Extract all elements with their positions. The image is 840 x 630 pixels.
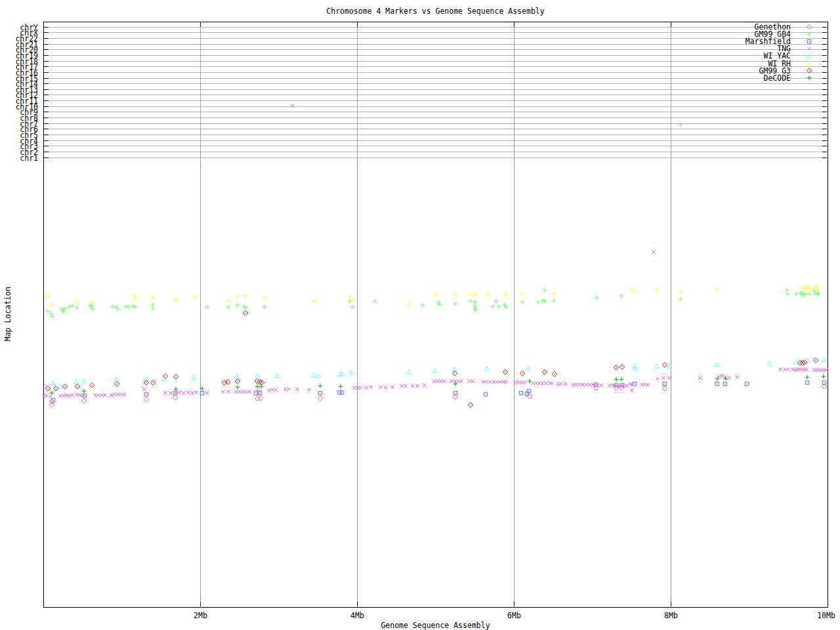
scatter-point [571,383,574,386]
chromosome-labels: chrYchrXchr22chr21chr20chr19chr18chr17ch… [15,23,38,163]
scatter-point [794,292,799,297]
scatter-point [350,305,355,310]
scatter-point [284,387,287,390]
scatter-point [813,358,818,363]
scatter-point [630,388,633,392]
x-gridlines [201,22,671,607]
scatter-point [735,375,738,379]
scatter-point [663,382,667,386]
scatter-point [151,303,156,307]
scatter-point [595,296,599,301]
scatter-point [785,288,789,293]
scatter-point [504,380,507,383]
scatter-point [519,391,523,395]
scatter-point [786,292,790,297]
scatter-point [520,371,525,376]
scatter-point [364,386,368,389]
scatter-point [536,300,541,304]
scatter-point [520,300,525,304]
scatter-point [767,362,772,366]
scatter-point [81,398,87,404]
scatter-point [110,393,113,396]
scatter-point [467,379,471,383]
scatter-point [46,309,51,314]
scatter-point [123,392,126,396]
scatter-point [715,363,719,367]
scatter-point [312,299,316,303]
scatter-point [340,390,344,394]
scatter-point [552,291,556,295]
scatter-point [468,402,473,408]
scatter-point [471,379,474,383]
scatter-point [453,394,458,400]
scatter-point [491,304,495,309]
scatter-point [192,295,197,299]
scatter-point [456,379,459,383]
scatter-point [531,381,534,385]
scatter-point [226,390,230,393]
scatter-point [169,391,172,394]
scatter-point [226,305,231,310]
scatter-point [337,390,341,394]
scatter-point [406,302,411,306]
scatter-point [550,381,553,385]
scatter-point [75,306,79,310]
scatter-point [316,374,320,378]
scatter-point [150,380,156,385]
scatter-point [177,390,180,394]
scatter-point [432,379,436,383]
scatter-point [642,383,646,386]
scatter-point [662,362,667,368]
scatter-point [541,381,544,385]
scatter-point [311,373,316,377]
scatter-point [578,383,581,386]
scatter-point [484,380,488,383]
scatter-point [629,287,633,291]
scatter-point [114,305,119,310]
scatter-point [472,292,477,297]
scatter-point [679,123,683,127]
scatter-point [542,369,547,375]
scatter-point [497,304,501,309]
scatter-point [801,368,804,371]
scatter-point [350,297,354,302]
scatter-point [369,385,372,388]
scatter-point [144,397,149,402]
scatter-point [625,384,628,387]
scatter-point [698,376,702,379]
scatter-point [494,299,499,304]
scatter-point [432,292,437,297]
scatter-point [67,394,70,397]
scatter-point [528,379,532,384]
scatter-point [186,390,190,394]
scatter-point [124,304,129,309]
scatter-point [142,387,146,390]
scatter-point [400,384,403,387]
scatter-point [119,392,123,396]
scatter-point [662,376,665,379]
scatter-point [812,289,817,293]
scatter-point [474,308,478,313]
scatter-point [103,393,106,396]
scatter-point [190,391,194,394]
scatter-point [270,388,274,391]
scatter-point [83,394,87,398]
scatter-point [724,377,728,381]
scatter-point [548,381,551,385]
scatter-point [244,390,247,393]
scatter-point [262,295,266,300]
scatter-point [348,371,353,375]
scatter-point [373,299,377,304]
scatter-point [715,287,719,291]
scatter-point [723,382,727,386]
scatter-point [352,386,356,389]
series-gm99-g3 [45,310,818,408]
scatter-point [173,297,178,302]
scatter-point [614,377,619,382]
scatter-point [584,383,587,386]
scatter-point [81,379,86,383]
legend-marker-square-dot-icon [807,39,811,43]
scatter-point [262,305,267,310]
scatter-point [339,385,343,389]
scatter-point [633,382,637,386]
